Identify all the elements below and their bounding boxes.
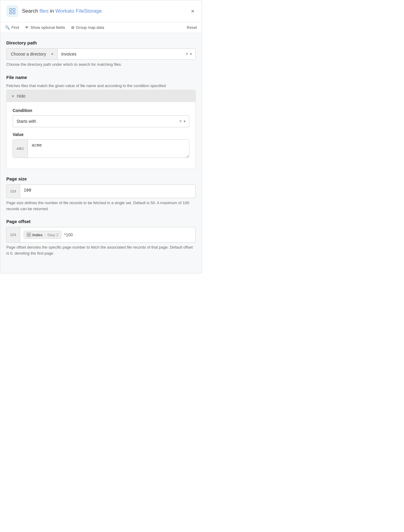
file-name-label: File name: [6, 75, 196, 80]
condition-field: Condition Starts with × ▾: [13, 108, 189, 127]
app-icon: [6, 5, 18, 17]
content-area: Directory path Choose a directory ▾ invo…: [0, 33, 202, 273]
header-title: Search files in Workato FileStorage: [22, 8, 102, 14]
page-offset-prefix: 123: [7, 227, 20, 242]
eye-icon: 👁: [25, 25, 29, 30]
page-offset-section: Page offset 123 ↩ Index | Step 2 *100 Pa…: [6, 219, 196, 256]
toolbar: 🔍 Find 👁 Show optional fields ⊞ Group ma…: [0, 22, 202, 33]
title-pre: Search: [22, 8, 40, 14]
pill-separator: |: [44, 233, 45, 237]
page-size-description: Page size defines the number of file rec…: [6, 200, 196, 212]
header-left: Search files in Workato FileStorage: [6, 5, 102, 17]
value-field: Value ABC ⌟: [13, 132, 189, 158]
file-name-expandable: ▼ Hide Condition Starts with × ▾ Value: [6, 90, 196, 169]
search-icon: 🔍: [5, 25, 10, 30]
svg-rect-1: [13, 8, 15, 11]
group-map-label: Group map data: [76, 25, 104, 30]
resize-handle: ⌟: [185, 154, 188, 157]
pill-icon: ↩: [26, 232, 31, 237]
page-size-label: Page size: [6, 176, 196, 181]
value-input-wrap: ABC ⌟: [13, 139, 189, 158]
title-mid: in: [49, 8, 56, 14]
grid-icon: ⊞: [71, 25, 74, 30]
clear-icon[interactable]: ×: [185, 51, 188, 57]
directory-path-row: Choose a directory ▾ invoices × ▾: [6, 48, 196, 60]
directory-value: invoices: [61, 52, 185, 56]
close-button[interactable]: ×: [190, 7, 196, 15]
svg-rect-3: [13, 12, 15, 14]
file-name-section: File name Fetches files that match the g…: [6, 75, 196, 169]
expand-icon[interactable]: ▾: [190, 52, 192, 56]
collapse-icon: ▼: [11, 95, 14, 98]
directory-path-section: Directory path Choose a directory ▾ invo…: [6, 40, 196, 68]
abc-prefix: ABC: [13, 140, 28, 158]
directory-value-field: invoices × ▾: [57, 48, 196, 60]
directory-path-label: Directory path: [6, 40, 196, 45]
title-link1[interactable]: files: [40, 8, 49, 14]
pill-icon-char: ↩: [28, 233, 30, 236]
find-button[interactable]: 🔍 Find: [5, 25, 19, 30]
svg-rect-0: [10, 8, 12, 11]
page-size-input[interactable]: [20, 185, 195, 198]
choose-directory-button[interactable]: Choose a directory ▾: [6, 48, 57, 60]
file-name-description: Fetches files that match the given value…: [6, 83, 196, 89]
choose-directory-label: Choose a directory: [11, 52, 46, 56]
show-optional-button[interactable]: 👁 Show optional fields: [25, 25, 65, 30]
modal-container: Search files in Workato FileStorage × 🔍 …: [0, 0, 202, 274]
pill-name: Index: [32, 233, 43, 237]
page-size-section: Page size 123 Page size defines the numb…: [6, 176, 196, 212]
hide-label: Hide: [17, 94, 26, 98]
pill-step: Step 2: [47, 233, 59, 237]
modal-header: Search files in Workato FileStorage ×: [0, 0, 202, 22]
offset-formula: *100: [64, 232, 73, 237]
svg-rect-2: [10, 12, 12, 14]
find-label: Find: [11, 25, 19, 30]
hide-toggle[interactable]: ▼ Hide: [7, 90, 195, 102]
show-optional-label: Show optional fields: [30, 25, 65, 30]
condition-label: Condition: [13, 108, 189, 113]
group-map-button[interactable]: ⊞ Group map data: [71, 25, 104, 30]
condition-clear-icon[interactable]: ×: [179, 119, 182, 124]
condition-select[interactable]: Starts with × ▾: [13, 115, 189, 127]
value-label: Value: [13, 132, 189, 137]
page-offset-label: Page offset: [6, 219, 196, 224]
page-size-input-wrap: 123: [6, 184, 196, 198]
page-offset-description: Page offset denotes the specific page nu…: [6, 244, 196, 256]
title-link2[interactable]: Workato FileStorage: [56, 8, 102, 14]
expand-body: Condition Starts with × ▾ Value ABC ⌟: [7, 102, 195, 169]
offset-content: ↩ Index | Step 2 *100: [20, 227, 195, 242]
page-size-prefix: 123: [7, 185, 20, 198]
condition-value: Starts with: [17, 119, 179, 124]
condition-chevron-icon: ▾: [184, 119, 185, 123]
value-input[interactable]: [28, 140, 189, 158]
index-pill[interactable]: ↩ Index | Step 2: [24, 231, 61, 239]
directory-description: Choose the directory path under which to…: [6, 62, 196, 68]
page-offset-field: 123 ↩ Index | Step 2 *100: [6, 227, 196, 243]
reset-button[interactable]: Reset: [187, 25, 197, 30]
chevron-down-icon: ▾: [51, 52, 53, 56]
